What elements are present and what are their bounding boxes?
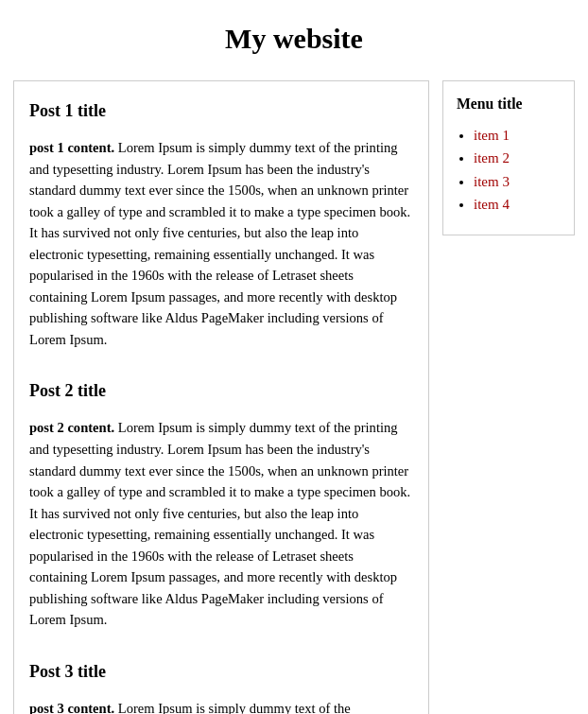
- post-body: post 2 content. Lorem Ipsum is simply du…: [29, 417, 413, 630]
- menu-list: item 1item 2item 3item 4: [457, 125, 561, 216]
- menu-item: item 2: [474, 148, 561, 169]
- menu-item-link[interactable]: item 3: [474, 174, 510, 189]
- layout: Post 1 titlepost 1 content. Lorem Ipsum …: [0, 71, 588, 714]
- menu-item: item 1: [474, 125, 561, 147]
- post-item: Post 2 titlepost 2 content. Lorem Ipsum …: [29, 378, 413, 630]
- post-body: post 1 content. Lorem Ipsum is simply du…: [29, 137, 413, 350]
- main-content: Post 1 titlepost 1 content. Lorem Ipsum …: [13, 80, 429, 714]
- post-item: Post 1 titlepost 1 content. Lorem Ipsum …: [29, 98, 413, 350]
- menu-item-link[interactable]: item 1: [474, 128, 510, 143]
- post-title: Post 1 title: [29, 98, 413, 124]
- site-header: My website: [0, 0, 588, 71]
- post-item: Post 3 titlepost 3 content. Lorem Ipsum …: [29, 659, 413, 714]
- post-body: post 3 content. Lorem Ipsum is simply du…: [29, 698, 413, 714]
- menu-item: item 4: [474, 194, 561, 216]
- post-label: post 2 content.: [29, 420, 114, 435]
- sidebar: Menu title item 1item 2item 3item 4: [442, 80, 575, 235]
- post-title: Post 2 title: [29, 378, 413, 404]
- site-title: My website: [9, 17, 579, 60]
- post-label: post 3 content.: [29, 701, 114, 714]
- menu-item-link[interactable]: item 4: [474, 197, 510, 212]
- menu-item: item 3: [474, 171, 561, 193]
- post-label: post 1 content.: [29, 140, 114, 155]
- menu-item-link[interactable]: item 2: [474, 150, 510, 165]
- post-title: Post 3 title: [29, 659, 413, 685]
- menu-title: Menu title: [457, 93, 561, 115]
